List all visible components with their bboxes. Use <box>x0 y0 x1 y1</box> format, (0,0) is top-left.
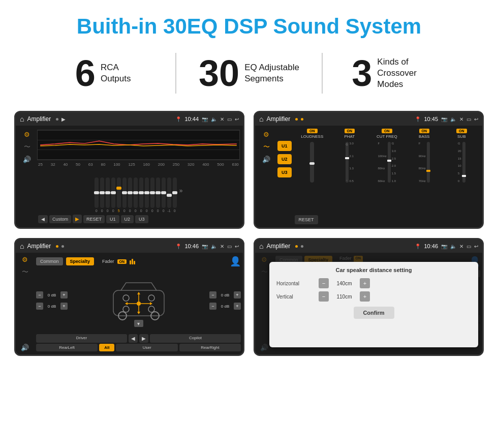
bass-group: ON BASS F 90Hz 80Hz 70Hz <box>407 129 442 183</box>
horizontal-minus-btn[interactable]: − <box>319 278 329 288</box>
volume2-icon[interactable]: 🔊 <box>23 156 31 163</box>
screen2-content: ⚙ 〜 🔊 U1 U2 U3 ON LOUDNESS <box>255 126 482 227</box>
screen3-main-content: Common Specialty Fader ON 👤 <box>34 253 243 354</box>
wave3-icon[interactable]: 〜 <box>22 267 28 277</box>
phat-group: ON PHAT G - 3.0 2.1 1.3 <box>332 129 367 183</box>
eq-u3-btn[interactable]: U3 <box>135 215 148 223</box>
left-arrow-btn[interactable]: ◀ <box>129 334 138 343</box>
screen4-bar: ⌂ Amplifier 📍 10:46 📷 🔈 ✕ ▭ ↩ <box>255 240 482 253</box>
camera2-icon: 📷 <box>441 116 447 122</box>
screen-amp2: ⌂ Amplifier 📍 10:45 📷 🔈 ✕ ▭ ↩ ⚙ 〜 🔊 U1 U… <box>254 111 484 229</box>
camera3-icon: 📷 <box>202 244 208 249</box>
db2-plus[interactable]: + <box>60 303 68 310</box>
eq-sliders: 0 0 0 0 5 0 0 0 0 0 0 0 0 -1 0 » <box>37 168 240 213</box>
car-svg <box>108 275 169 326</box>
home-icon[interactable]: ⌂ <box>20 115 24 123</box>
eq-graph <box>37 130 240 160</box>
eq-play-btn[interactable]: ▶ <box>73 215 82 223</box>
svg-marker-11 <box>125 302 128 305</box>
driver-btn[interactable]: Driver <box>36 334 127 343</box>
loudness-slider[interactable] <box>310 142 314 183</box>
tabs-fader-row: Common Specialty Fader ON 👤 <box>36 256 241 267</box>
home4-icon[interactable]: ⌂ <box>259 242 263 250</box>
screen3-title: Amplifier <box>27 243 51 250</box>
u2-btn[interactable]: U2 <box>277 154 292 164</box>
car-speaker-dialog: Car speaker distance setting Horizontal … <box>269 262 478 347</box>
eq-custom-label: Custom <box>49 215 71 223</box>
eq3-icon[interactable]: ⚙ <box>22 256 28 263</box>
wave-icon[interactable]: 〜 <box>24 142 30 152</box>
volume-icon: 🔈 <box>211 116 217 122</box>
eq2-icon[interactable]: ⚙ <box>263 131 269 138</box>
eq-icon-active[interactable]: ⚙ <box>24 131 30 138</box>
u3-btn[interactable]: U3 <box>277 167 292 177</box>
back4-icon[interactable]: ↩ <box>474 244 478 249</box>
user-avatar-icon: 👤 <box>230 256 241 267</box>
speaker3-icon[interactable]: 🔊 <box>21 344 29 351</box>
db4-plus[interactable]: + <box>234 303 241 310</box>
confirm-button[interactable]: Confirm <box>354 307 394 319</box>
u1-btn[interactable]: U1 <box>277 141 292 151</box>
vertical-plus-btn[interactable]: + <box>360 291 370 302</box>
sub-label: SUB <box>457 134 465 139</box>
rearright-btn[interactable]: RearRight <box>179 344 241 351</box>
loudness-group: ON LOUDNESS <box>295 129 330 185</box>
all-btn[interactable]: All <box>99 344 114 351</box>
fader-on-badge: ON <box>117 259 127 264</box>
play-icon-small: ▶ <box>61 116 66 122</box>
camera4-icon: 📷 <box>441 244 447 249</box>
eq-u2-btn[interactable]: U2 <box>121 215 134 223</box>
wave2-icon[interactable]: 〜 <box>263 142 270 152</box>
home2-icon[interactable]: ⌂ <box>259 115 263 123</box>
home3-icon[interactable]: ⌂ <box>20 242 24 250</box>
dot3a <box>56 245 58 248</box>
down-arrow[interactable]: ▾ <box>134 320 143 327</box>
back3-icon[interactable]: ↩ <box>235 244 239 249</box>
stat-number-eq: 30 <box>199 55 239 92</box>
eq-reset-btn[interactable]: RESET <box>83 215 105 223</box>
bass-label: BASS <box>419 134 429 139</box>
db4-value: 0 dB <box>218 304 232 309</box>
db4-minus[interactable]: − <box>209 303 216 310</box>
db1-plus[interactable]: + <box>60 291 68 298</box>
cutfreq-on: ON <box>382 129 392 133</box>
db3-minus[interactable]: − <box>209 291 216 298</box>
screen3-bottom-btns2: RearLeft All User RearRight <box>36 344 241 351</box>
svg-point-3 <box>123 295 129 301</box>
specialty-tab[interactable]: Specialty <box>66 257 95 265</box>
amp2-controls: ON LOUDNESS ON PHAT G <box>294 128 480 225</box>
window2-icon: ▭ <box>466 116 471 122</box>
vertical-minus-btn[interactable]: − <box>319 291 329 302</box>
horizontal-plus-btn[interactable]: + <box>360 278 370 288</box>
stat-item-eq: 30 EQ AdjustableSegments <box>176 55 321 92</box>
screen1-content: ⚙ 〜 🔊 <box>16 126 243 227</box>
stat-number-rca: 6 <box>75 55 96 92</box>
screen2-bar: ⌂ Amplifier 📍 10:45 📷 🔈 ✕ ▭ ↩ <box>255 112 482 126</box>
vertical-label: Vertical <box>276 294 315 300</box>
db3-plus[interactable]: + <box>234 291 241 298</box>
svg-point-4 <box>148 295 154 301</box>
db-row-1: − 0 dB + <box>36 291 68 298</box>
back2-icon[interactable]: ↩ <box>474 116 478 122</box>
back-icon[interactable]: ↩ <box>235 116 239 122</box>
db2-minus[interactable]: − <box>36 303 43 310</box>
db1-minus[interactable]: − <box>36 291 43 298</box>
common-tab[interactable]: Common <box>36 257 63 265</box>
horizontal-row: Horizontal − 140cm + <box>276 278 471 288</box>
eq-u1-btn[interactable]: U1 <box>106 215 119 223</box>
eq-curve-svg <box>38 130 239 160</box>
rearleft-btn[interactable]: RearLeft <box>36 344 98 351</box>
copilot-btn[interactable]: Copilot <box>150 334 241 343</box>
eq-prev-btn[interactable]: ◀ <box>38 215 48 223</box>
amp2-reset[interactable]: RESET <box>295 215 318 224</box>
eq-arrow-icon[interactable]: » <box>179 187 183 194</box>
stat-label-rca: RCAOutputs <box>101 62 131 84</box>
screen3-bar: ⌂ Amplifier 📍 10:46 📷 🔈 ✕ ▭ ↩ <box>16 240 243 253</box>
volume4-icon: 🔈 <box>450 244 456 249</box>
volume2-icon-bar: 🔈 <box>450 116 456 122</box>
dot2-active <box>295 118 298 121</box>
right-arrow-btn[interactable]: ▶ <box>139 334 148 343</box>
vol2-icon[interactable]: 🔊 <box>262 156 270 163</box>
screen4-time: 10:46 <box>424 243 438 249</box>
user-btn[interactable]: User <box>116 344 177 351</box>
